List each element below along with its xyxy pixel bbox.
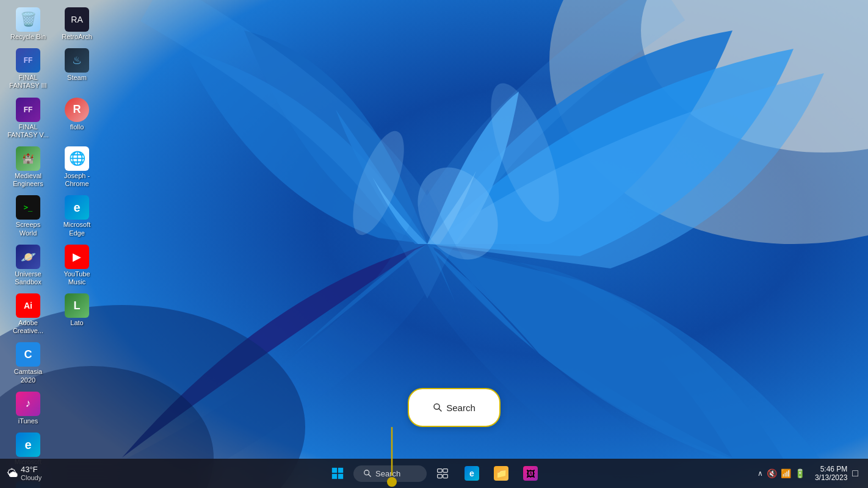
recycle-bin-icon: 🗑️ — [16, 7, 40, 32]
svg-rect-12 — [332, 468, 337, 473]
tray-muted-icon[interactable]: 🔇 — [767, 468, 777, 478]
windows-logo-icon — [331, 467, 344, 479]
taskbar-edge-button[interactable]: e — [458, 460, 485, 487]
taskbar-photos-icon: 🖼 — [523, 466, 538, 481]
weather-temp: 43°F — [21, 465, 42, 475]
system-clock[interactable]: 5:46 PM 3/13/2023 — [815, 465, 847, 482]
desktop-icon-camtasia[interactable]: C Camtasia 2020 — [5, 340, 51, 386]
taskbar-center: Search e 📁 🖼 — [324, 460, 544, 487]
weather-desc: Cloudy — [21, 474, 42, 482]
desktop-icon-msedge[interactable]: e Microsoft Edge — [54, 193, 100, 239]
screeps-icon: >_ — [16, 195, 40, 220]
notification-button[interactable]: □ — [852, 468, 858, 479]
taskbar-search-icon — [363, 469, 372, 478]
taskview-button[interactable] — [429, 460, 456, 487]
taskview-icon — [436, 467, 449, 479]
medieval-icon: 🏰 — [16, 146, 40, 171]
steam-icon: ♨ — [65, 48, 89, 73]
desktop-icon-flollo[interactable]: R flollo — [54, 95, 100, 142]
desktop-icons: 🗑️ Recycle Bin RA RetroArch FF FINAL FAN… — [5, 5, 100, 488]
screeps-label: Screeps World — [7, 221, 49, 237]
tray-icons: ∧ 🔇 📶 🔋 — [758, 468, 805, 478]
desktop-icon-joseph-chrome[interactable]: 🌐 Joseph - Chrome — [54, 144, 100, 190]
desktop-icon-lato[interactable]: L Lato — [54, 291, 100, 337]
svg-rect-19 — [443, 469, 448, 473]
search-tooltip-callout: Search — [408, 388, 501, 427]
ytmusic-label: YouTube Music — [56, 270, 98, 286]
joseph-chrome-label: Joseph - Chrome — [56, 172, 98, 188]
weather-widget[interactable]: 🌥 43°F Cloudy — [0, 459, 42, 488]
svg-rect-13 — [338, 468, 343, 473]
desktop-icon-screeps[interactable]: >_ Screeps World — [5, 193, 51, 239]
svg-rect-20 — [438, 475, 443, 478]
svg-rect-18 — [438, 469, 443, 473]
desktop-icon-itunes[interactable]: ♪ iTunes — [5, 389, 51, 428]
desktop-icon-medieval[interactable]: 🏰 Medieval Engineers — [5, 144, 51, 190]
msedge2-icon: e — [16, 432, 40, 457]
tray-battery-icon[interactable]: 🔋 — [795, 468, 805, 478]
desktop-icon-ytmusic[interactable]: ▶ YouTube Music — [54, 242, 100, 289]
recycle-bin-label: Recycle Bin — [10, 33, 46, 41]
flollo-icon: R — [65, 98, 89, 122]
taskbar-edge-icon: e — [465, 466, 479, 481]
flollo-label: flollo — [70, 123, 84, 131]
ff6-icon: FF — [16, 98, 40, 122]
lato-icon: L — [65, 293, 89, 318]
search-tooltip-icon — [433, 403, 443, 412]
retroarch-label: RetroArch — [62, 33, 92, 41]
medieval-label: Medieval Engineers — [7, 172, 49, 188]
start-button[interactable] — [324, 460, 351, 487]
tray-show-hidden-icon[interactable]: ∧ — [758, 469, 763, 478]
desktop-icon-ff6[interactable]: FF FINAL FANTASY V... — [5, 95, 51, 142]
steam-label: Steam — [67, 74, 87, 82]
ff6-label: FINAL FANTASY V... — [7, 123, 49, 139]
camtasia-icon: C — [16, 342, 40, 367]
search-tooltip-label: Search — [446, 403, 476, 413]
svg-rect-15 — [338, 474, 343, 479]
lato-label: Lato — [70, 319, 83, 327]
weather-icon: 🌥 — [7, 467, 18, 480]
desktop-icon-steam[interactable]: ♨ Steam — [54, 46, 100, 92]
universe-icon: 🪐 — [16, 245, 40, 269]
clock-time: 5:46 PM — [820, 465, 848, 473]
msedge-icon: e — [65, 195, 89, 220]
desktop: 🗑️ Recycle Bin RA RetroArch FF FINAL FAN… — [0, 0, 868, 488]
taskbar-fileexplorer-icon: 📁 — [494, 466, 508, 481]
svg-rect-21 — [443, 475, 448, 478]
ytmusic-icon: ▶ — [65, 245, 89, 269]
svg-line-17 — [369, 475, 371, 477]
svg-line-9 — [439, 409, 441, 411]
system-tray: ∧ 🔇 📶 🔋 5:46 PM 3/13/2023 □ — [758, 459, 868, 488]
svg-rect-14 — [332, 474, 337, 479]
taskbar-photos-button[interactable]: 🖼 — [517, 460, 544, 487]
itunes-icon: ♪ — [16, 392, 40, 416]
desktop-icon-ff3[interactable]: FF FINAL FANTASY III — [5, 46, 51, 92]
camtasia-label: Camtasia 2020 — [7, 368, 49, 384]
retroarch-icon: RA — [65, 7, 89, 32]
taskbar-search-bar[interactable]: Search — [353, 465, 427, 482]
adobe-icon: Ai — [16, 293, 40, 318]
adobe-label: Adobe Creative... — [7, 319, 49, 335]
msedge-label: Microsoft Edge — [56, 221, 98, 237]
ff3-label: FINAL FANTASY III — [7, 74, 49, 90]
universe-label: Universe Sandbox — [7, 270, 49, 286]
taskbar: 🌥 43°F Cloudy — [0, 459, 868, 488]
clock-date: 3/13/2023 — [815, 473, 847, 482]
itunes-label: iTunes — [18, 417, 38, 425]
ff3-icon: FF — [16, 48, 40, 73]
desktop-icon-retroarch[interactable]: RA RetroArch — [54, 5, 100, 43]
desktop-icon-recycle-bin[interactable]: 🗑️ Recycle Bin — [5, 5, 51, 43]
joseph-chrome-icon: 🌐 — [65, 146, 89, 171]
tray-wifi-icon[interactable]: 📶 — [781, 468, 791, 478]
taskbar-search-label: Search — [375, 469, 400, 478]
desktop-icon-adobe[interactable]: Ai Adobe Creative... — [5, 291, 51, 337]
taskbar-fileexplorer-button[interactable]: 📁 — [488, 460, 515, 487]
desktop-icon-universe[interactable]: 🪐 Universe Sandbox — [5, 242, 51, 289]
